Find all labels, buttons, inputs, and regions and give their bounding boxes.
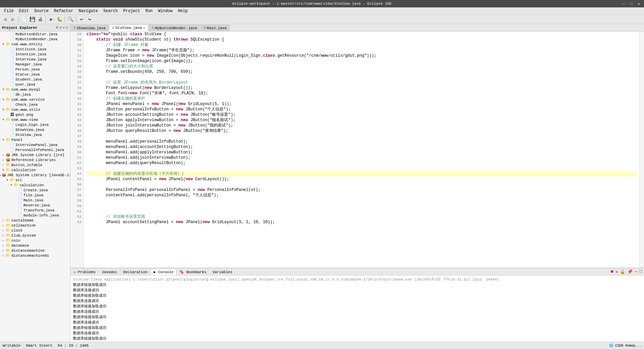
tree-item-cellmachine[interactable]: ▷📁cellmachine xyxy=(0,223,70,228)
tree-item-label: ShowView.java xyxy=(15,128,44,132)
code-line-62: // 添加账号设置页面 xyxy=(87,214,637,219)
tree-item-create.java[interactable]: 📄Create.java xyxy=(0,188,70,193)
collapse-all-icon[interactable]: ≡ xyxy=(56,26,58,30)
bottom-tab-declaration[interactable]: Declaration xyxy=(120,268,151,275)
tree-item-calculation[interactable]: ▼📁calculation xyxy=(0,167,70,172)
menu-item-search[interactable]: Search xyxy=(101,8,120,14)
tree-item-module-info.java[interactable]: 📄module-info.java xyxy=(0,213,70,218)
back-button[interactable]: ◁ xyxy=(1,16,9,23)
editor-tab-StuView-java[interactable]: JStuView.java✕ xyxy=(109,24,148,31)
menu-item-project[interactable]: Project xyxy=(120,8,143,14)
close-button[interactable]: ✕ xyxy=(636,2,641,6)
sidebar-minimize-icon[interactable]: — xyxy=(63,26,65,30)
new-button[interactable]: 📄 xyxy=(20,16,28,23)
editor-tab-Main-java[interactable]: JMain.java xyxy=(201,24,230,31)
debug-button[interactable]: 🐛 xyxy=(56,16,63,23)
menu-item-file[interactable]: File xyxy=(1,8,16,14)
console-maximize-button[interactable]: □ xyxy=(639,269,643,275)
tree-item-person.java[interactable]: 📄Person.java xyxy=(0,67,70,72)
tree-item-icon: 📄 xyxy=(9,37,15,41)
menu-item-source[interactable]: Source xyxy=(32,8,51,14)
tree-item-reverse.java[interactable]: 📄Reverse.java xyxy=(0,203,70,208)
tree-item-clock[interactable]: ▷📁clock xyxy=(0,228,70,233)
tab-close-icon[interactable]: ✕ xyxy=(143,26,145,30)
menu-item-refactor[interactable]: Refactor xyxy=(51,8,76,14)
tree-item-icon: 📄 xyxy=(17,188,23,192)
tree-item-gdut.png[interactable]: 🖼gdut.png xyxy=(0,112,70,117)
forward-button[interactable]: ▷ xyxy=(9,16,17,23)
print-button[interactable]: 🖨 xyxy=(37,16,44,23)
code-editor[interactable]: 2829303132333435363738394041424344454647… xyxy=(70,32,639,268)
console-stop-button[interactable]: ■ xyxy=(610,269,614,275)
tree-item-com.www.service[interactable]: ▼📁com.www.service xyxy=(0,97,70,102)
search-button[interactable]: 🔍 xyxy=(67,16,74,23)
run-button[interactable]: ▶ xyxy=(48,16,55,23)
tree-item-club_system[interactable]: ▷📁Club_System xyxy=(0,233,70,238)
tree-item-user.java[interactable]: 📄User.java xyxy=(0,82,70,87)
bottom-panel-toolbar: ■ ✕ 🔒 📌 — □ xyxy=(610,269,643,275)
tree-item-showview.java[interactable]: 📄ShowView.java xyxy=(0,127,70,132)
tree-item-main.java[interactable]: 📄Main.java xyxy=(0,198,70,203)
tree-item-login_sign.java[interactable]: 📄Login_Sign.java xyxy=(0,122,70,127)
tree-item-com.www.entity[interactable]: ▼📁com.www.entity xyxy=(0,42,70,47)
tree-item-file.java[interactable]: 📄file.java xyxy=(0,193,70,198)
tree-item-intention.java[interactable]: 📄Intention.java xyxy=(0,52,70,57)
menu-item-run[interactable]: Run xyxy=(143,8,156,14)
tree-item-institute.java[interactable]: 📄Institute.java xyxy=(0,47,70,52)
tree-item-referenced-libraries[interactable]: ▷📦Referenced Libraries xyxy=(0,157,70,162)
editor-tab-MyButtonRender-java[interactable]: JMyButtonRender.java xyxy=(149,24,200,31)
tree-item-stuview.java[interactable]: 📄StuView.java xyxy=(0,132,70,137)
sidebar-menu-icon[interactable]: ▽ xyxy=(59,26,61,30)
bottom-tab-javadoc[interactable]: Javadoc xyxy=(99,268,120,275)
tree-item-student.java[interactable]: 📄Student.java xyxy=(0,77,70,82)
tree-item-src[interactable]: ▼📁src xyxy=(0,178,70,183)
bottom-tab-problems[interactable]: ⚠ Problems xyxy=(70,268,99,275)
code-line-30: // 创建 JFrame 对象 xyxy=(87,42,637,48)
tree-item-distancemachine[interactable]: ▷📁distancemachine xyxy=(0,248,70,253)
menu-item-navigate[interactable]: Navigate xyxy=(76,8,101,14)
console-pin-button[interactable]: 📌 xyxy=(627,269,633,275)
console-scroll-lock-button[interactable]: 🔒 xyxy=(619,269,626,275)
menu-item-window[interactable]: Window xyxy=(155,8,175,14)
bottom-tab-variables[interactable]: Variables xyxy=(209,268,235,275)
maximize-button[interactable]: □ xyxy=(629,2,634,6)
bottom-tab-bookmarks[interactable]: 🔖 Bookmarks xyxy=(176,268,209,275)
tree-item-manager.java[interactable]: 📄Manager.java xyxy=(0,62,70,67)
tree-item-distancemachine01[interactable]: ▷📁distancemachine01 xyxy=(0,253,70,258)
save-button[interactable]: 💾 xyxy=(29,16,36,23)
editor-tab-ShowView-java[interactable]: JShowView.java xyxy=(70,24,109,31)
tree-item-interviewpanel.java[interactable]: 📄InterviewPanel.java xyxy=(0,142,70,147)
tree-item-button_intable[interactable]: ▷📁Button_inTable xyxy=(0,162,70,167)
tree-item-db.java[interactable]: 📄db.java xyxy=(0,92,70,97)
tree-item-status.java[interactable]: 📄Status.java xyxy=(0,72,70,77)
bottom-tab-console[interactable]: ▶ Console xyxy=(151,268,176,275)
tree-item-com.www.utils[interactable]: ▼📁com.www.utils xyxy=(0,107,70,112)
menu-item-edit[interactable]: Edit xyxy=(16,8,32,14)
console-minimize-button[interactable]: — xyxy=(634,269,638,275)
tree-item-panel[interactable]: ▼📁Panel xyxy=(0,137,70,142)
tree-item-transform.java[interactable]: 📄Transform.java xyxy=(0,208,70,213)
minimize-button[interactable]: — xyxy=(621,2,626,6)
tree-item-mybuttonrender.java[interactable]: 📄MyButtonRender.java xyxy=(0,37,70,42)
tree-item-database[interactable]: ▷📁database xyxy=(0,243,70,248)
tree-item-interview.java[interactable]: 📄Interview.java xyxy=(0,57,70,62)
tree-item-mybuttoneditor.java[interactable]: 📄MyButtonEditor.java xyxy=(0,32,70,37)
tree-item-com.www.view[interactable]: ▼📁com.www.view xyxy=(0,117,70,122)
tree-item-calculation[interactable]: ▼📁calculation xyxy=(0,183,70,188)
sidebar-maximize-icon[interactable]: □ xyxy=(66,26,68,30)
menu-item-help[interactable]: Help xyxy=(175,8,191,14)
tree-item-jre-system-library-[jre][interactable]: ▷📦JRE System Library [jre] xyxy=(0,152,70,157)
redo-button[interactable]: ↪ xyxy=(86,16,93,23)
status-writable: Writable xyxy=(3,344,20,348)
tree-item-check.java[interactable]: 📄Check.java xyxy=(0,102,70,107)
undo-button[interactable]: ↩ xyxy=(78,16,85,23)
tree-item-jre-system-library-[javase-17][interactable]: ▷📦JRE System Library [JavaSE-17] xyxy=(0,172,70,178)
console-clear-button[interactable]: ✕ xyxy=(615,269,619,275)
tree-item-com.www.mysql[interactable]: ▼📁com.www.mysql xyxy=(0,87,70,92)
line-number-37: 37 xyxy=(72,80,82,85)
tree-item-castalgame[interactable]: ▷📁castalGame xyxy=(0,218,70,223)
code-line-31: JFrame frame = new JFrame("学生页面"); xyxy=(87,48,637,53)
tree-item-personalinfopanel.java[interactable]: 📄PersonalInfoPanel.java xyxy=(0,147,70,152)
tree-item-label: com.www.entity xyxy=(11,42,42,46)
tree-item-coin[interactable]: ▷📁coin xyxy=(0,238,70,243)
